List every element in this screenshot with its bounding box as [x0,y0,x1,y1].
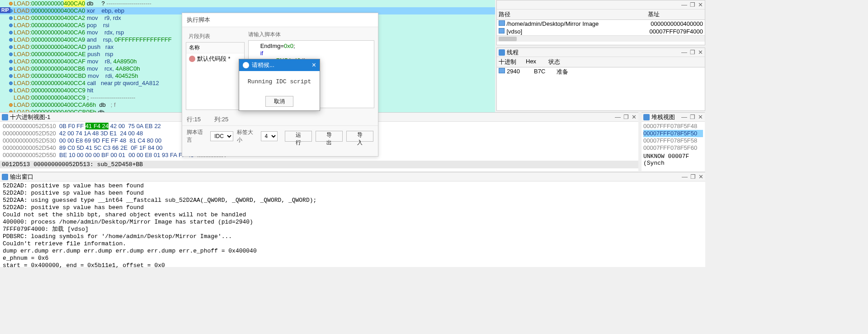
threads-col-dec[interactable]: 十进制 [499,58,526,66]
output-panel[interactable]: 输出窗口 — ❐ ✕ 52D2AD: positive sp value has… [0,172,705,267]
maximize-icon[interactable]: ❐ [623,114,629,120]
modal-message: Running IDC script [239,71,320,92]
breakpoint-dot-icon[interactable] [9,45,13,49]
maximize-icon[interactable]: ❐ [690,114,695,120]
breakpoint-dot-icon[interactable] [9,60,13,63]
close-icon[interactable]: ✕ [698,173,703,180]
threads-col-hex[interactable]: Hex [526,58,548,66]
breakpoint-dot-icon[interactable] [9,81,13,85]
close-icon[interactable]: ✕ [698,114,703,120]
stack-footer: UNKNOW 00007F (Synch [642,153,705,167]
module-icon [499,20,505,26]
maximize-icon[interactable]: ❐ [690,1,695,8]
stack-row[interactable]: 00007FFF078F5F50 [643,130,703,137]
breakpoint-dot-icon[interactable] [9,38,13,42]
stack-title: 堆栈视图 [651,113,675,121]
breakpoint-dot-icon[interactable] [9,74,13,78]
script-lang-label: 脚本语言 [187,129,207,144]
threads-icon [499,49,505,56]
breakpoint-dot-icon[interactable] [9,31,13,34]
hex-status: 0012D513 000000000052D513: sub_52D458+BB [0,161,638,168]
tab-size-select[interactable]: 4 [261,131,278,141]
modal-icon [243,62,249,68]
please-wait-dialog: 请稍候... × Running IDC script 取消 [239,59,320,111]
close-icon[interactable]: ✕ [698,1,703,8]
output-text[interactable]: 52D2AD: positive sp value has been found… [0,181,705,270]
output-icon [2,174,8,180]
stack-icon [643,114,650,120]
maximize-icon[interactable]: ❐ [690,49,695,56]
modules-title-bar: — ❐ ✕ [497,0,705,10]
minimize-icon[interactable]: — [615,114,621,120]
cancel-button[interactable]: 取消 [265,96,293,107]
cursor-row: 行:15 [187,115,201,124]
export-button[interactable]: 导出 [316,131,343,142]
cursor-col: 列:25 [214,115,228,124]
minimize-icon[interactable]: — [681,49,687,56]
thread-icon [499,68,505,73]
fragment-col-name[interactable]: 名称 [186,43,244,53]
script-body-label: 请输入脚本体 [248,31,374,38]
run-button[interactable]: 运行 [285,131,312,142]
tab-size-label: 标签大小 [237,129,257,144]
modules-col-base[interactable]: 基址 [648,10,703,19]
breakpoint-dot-icon[interactable] [9,89,13,92]
stack-row[interactable]: 00007FFF078F5F60 [643,144,703,152]
thread-row[interactable]: 2940B7C准备 [497,67,705,76]
fragment-icon [189,56,195,62]
module-row[interactable]: /home/admin/Desktop/Mirror Image00000000… [497,20,705,28]
threads-title-bar: 线程 — ❐ ✕ [497,48,705,57]
threads-col-state[interactable]: 状态 [548,58,703,66]
module-icon [499,28,505,33]
data-dot-icon[interactable] [9,2,13,5]
stack-row[interactable]: 00007FFF078F5F48 [643,123,703,130]
stack-view-panel[interactable]: 堆栈视图 — ❐ ✕ 00007FFF078F5F4800007FFF078F5… [642,112,705,171]
rip-indicator: RIP [0,7,10,13]
script-lang-select[interactable]: IDC [210,131,233,141]
threads-panel[interactable]: 线程 — ❐ ✕ 十进制 Hex 状态 2940B7C准备 [496,48,705,111]
modules-scrollbar[interactable] [497,35,705,42]
close-icon[interactable]: ✕ [698,49,703,56]
maximize-icon[interactable]: ❐ [690,173,696,180]
modal-title-bar[interactable]: 请稍候... × [239,59,320,71]
hex-view-title: 十六进制视图-1 [10,113,51,121]
minimize-icon[interactable]: — [682,173,688,180]
script-dialog-title[interactable]: 执行脚本 [182,13,378,27]
threads-title: 线程 [507,48,519,57]
output-title: 输出窗口 [10,173,33,181]
breakpoint-dot-icon[interactable] [9,67,13,71]
modules-col-path[interactable]: 路径 [499,10,648,19]
breakpoint-dot-icon[interactable] [9,24,13,27]
close-icon[interactable]: ✕ [632,114,637,120]
breakpoint-dot-icon[interactable] [9,16,13,20]
breakpoint-dot-icon[interactable] [9,52,13,56]
asm-line[interactable]: LOAD:0000000000400CA0 db ? -------------… [0,0,495,7]
modal-title: 请稍候... [252,61,274,69]
modal-close-icon[interactable]: × [312,61,316,69]
hex-icon [2,114,8,120]
fragment-list[interactable]: 名称 默认代码段 * [186,42,245,110]
fragment-list-label: 片段列表 [186,31,245,42]
module-row[interactable]: [vdso]00007FFF079F4000 [497,28,705,35]
minimize-icon[interactable]: — [681,1,687,8]
minimize-icon[interactable]: — [681,114,687,120]
import-button[interactable]: 导入 [346,131,373,142]
fragment-item[interactable]: 默认代码段 * [186,53,244,64]
modules-panel[interactable]: — ❐ ✕ 路径 基址 /home/admin/Desktop/Mirror I… [496,0,705,45]
data-dot-icon[interactable] [9,103,13,107]
stack-row[interactable]: 00007FFF078F5F58 [643,137,703,144]
